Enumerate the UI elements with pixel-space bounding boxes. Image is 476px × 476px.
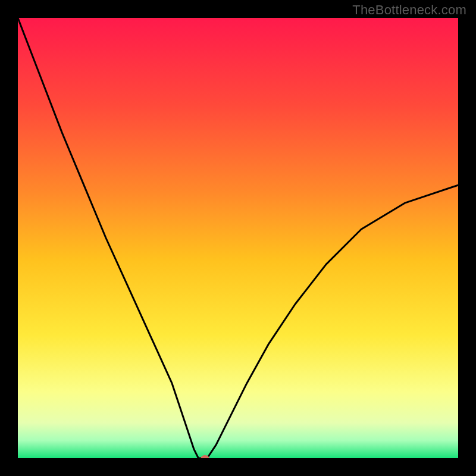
chart-frame: TheBottleneck.com: [0, 0, 476, 476]
watermark-text: TheBottleneck.com: [352, 2, 466, 18]
gradient-background: [18, 18, 458, 458]
plot-area: [18, 18, 458, 458]
chart-svg: [18, 18, 458, 458]
